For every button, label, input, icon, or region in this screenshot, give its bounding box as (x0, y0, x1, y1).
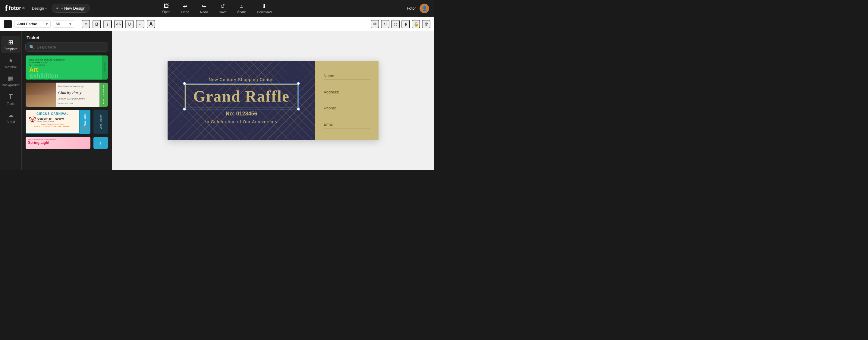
text-case-button[interactable]: A (147, 20, 155, 28)
cloud-label: Cloud (6, 120, 15, 124)
stub-address-label: Address: (324, 90, 339, 94)
undo-tool[interactable]: ↩ Undo (179, 2, 191, 15)
delete-button[interactable]: 🗑 (422, 20, 430, 28)
new-design-label: + New Design (61, 6, 85, 10)
stub-email-field: Email: (324, 121, 370, 128)
user-avatar[interactable]: 👤 (420, 4, 429, 13)
download-tool[interactable]: ⬇ Download (255, 2, 274, 15)
redo-label: Redo (200, 10, 208, 14)
share-tool[interactable]: ⟁ Share (235, 2, 248, 15)
panel-title: Ticket (22, 31, 112, 42)
template-card-circus[interactable]: CIRCUS CARNIVAL 🤡 October 30 7:00PM (25, 110, 91, 134)
open-tool[interactable]: 🖼 Open (160, 2, 173, 15)
template-label: Template (4, 47, 18, 51)
spacing-icon: ↔ (138, 22, 142, 27)
share-label: Share (237, 10, 246, 13)
sidebar-item-template[interactable]: ⊞ Template (1, 36, 21, 53)
font-size-change-button[interactable]: AA (114, 20, 123, 28)
bold-icon: B (95, 22, 98, 27)
search-box[interactable]: 🔍 (25, 42, 108, 52)
texts-label: Texts (7, 102, 15, 105)
font-size-dropdown-icon: ▾ (69, 22, 71, 26)
template-card-charity[interactable]: Red Walnut Community Charity Party June … (25, 82, 108, 107)
charity-stub: TICKET NO. 0001 (99, 83, 108, 107)
art-venue: Science Stadium, 2324 (29, 79, 104, 80)
stub-phone-field: Phone: (324, 105, 370, 112)
layer-button[interactable]: ⧫ (401, 20, 410, 28)
ticket-stub: Name: Address: Phone: Email: (315, 61, 378, 140)
save-label: Save (219, 10, 226, 14)
plus-icon: + (56, 6, 59, 10)
design-menu-button[interactable]: Design ▾ (30, 5, 49, 12)
underline-icon: U (128, 22, 131, 27)
logo-superscript: ® (22, 7, 24, 10)
main-layout: ⊞ Template ★ Material ▦ Background T Tex… (0, 31, 434, 170)
design-label: Design (32, 6, 44, 10)
circus-main: CIRCUS CARNIVAL 🤡 October 30 7:00PM (26, 110, 80, 134)
duplicate-button[interactable]: ⧉ (371, 20, 379, 28)
user-area: Fotor 👤 (407, 4, 429, 13)
ticket-number: No: 0123456 (225, 111, 257, 117)
art-title: Art (29, 67, 59, 73)
ticket-main-body[interactable]: New Century Shopping Center Grand Raffle… (167, 61, 315, 140)
circus-tagline: Happy Clown Circus Theater (29, 123, 76, 125)
stub-address-field: Address: (324, 89, 370, 96)
font-dropdown-icon: ▾ (46, 22, 48, 26)
sidebar-item-cloud[interactable]: ☁ Cloud (1, 109, 21, 126)
sidebar-item-background[interactable]: ▦ Background (1, 72, 21, 89)
logo-text: fotor (9, 5, 21, 11)
bold-button[interactable]: B (93, 20, 101, 28)
circus-admit: ADMIT ONE (84, 114, 86, 126)
search-input[interactable] (37, 45, 104, 50)
rotate-button[interactable]: ↻ (381, 20, 390, 28)
sidebar-item-material[interactable]: ★ Material (1, 54, 21, 71)
stub-name-label: Name: (324, 73, 335, 78)
share-icon: ⟁ (240, 3, 243, 9)
case-icon: A (149, 22, 153, 27)
text-align-button[interactable]: ≡ (82, 20, 90, 28)
grand-raffle-selected[interactable]: Grand Raffle (185, 84, 298, 108)
text-color-swatch[interactable] (4, 20, 12, 28)
cloud-icon: ☁ (8, 112, 14, 119)
undo-label: Undo (181, 10, 189, 14)
right-format-tools: ⧉ ↻ ◎ ⧫ 🔒 🗑 (371, 20, 430, 28)
new-design-button[interactable]: + + New Design (52, 4, 90, 13)
charity-title: Charity Party (58, 90, 97, 95)
stub-email-label: Email: (324, 122, 335, 127)
circus-price: $20 (83, 126, 88, 130)
letter-spacing-button[interactable]: ↔ (136, 20, 144, 28)
lock-button[interactable]: 🔒 (412, 20, 420, 28)
sidebar-item-texts[interactable]: T Texts (1, 90, 21, 108)
font-selector[interactable]: Abril Fatfae ▾ (14, 20, 51, 28)
center-toolbar: 🖼 Open ↩ Undo ↪ Redo ↺ Save ⟁ Share ⬇ Do… (160, 2, 274, 15)
lock-icon: 🔒 (413, 22, 418, 27)
opacity-button[interactable]: ◎ (391, 20, 400, 28)
template-icon: ⊞ (8, 38, 13, 46)
circus-title: CIRCUS CARNIVAL (29, 112, 76, 116)
template-card-blue-stub[interactable]: ADMIT ONE (93, 110, 108, 134)
grand-raffle-text: Grand Raffle (193, 87, 290, 105)
rotate-icon: ↻ (383, 22, 387, 27)
duplicate-icon: ⧉ (373, 22, 376, 27)
circus-date: October 30 7:00PM (37, 117, 76, 120)
template-card-spring[interactable]: The Musical Stone Studio Presents Spring… (25, 136, 91, 149)
art-stub: Admit One (102, 56, 108, 80)
italic-button[interactable]: I (103, 20, 112, 28)
font-size-input[interactable]: 60 ▾ (53, 20, 74, 28)
redo-tool[interactable]: ↪ Redo (198, 2, 210, 15)
grand-raffle-container: Grand Raffle (185, 84, 298, 108)
underline-button[interactable]: U (125, 20, 133, 28)
charity-main: Red Walnut Community Charity Party June … (56, 83, 99, 107)
template-card-art[interactable]: New York Art and Life Association 8AM-8P… (25, 55, 108, 80)
save-tool[interactable]: ↺ Save (216, 2, 229, 15)
download-label: Download (257, 10, 272, 14)
ticket-subtitle: New Century Shopping Center (209, 77, 274, 82)
template-card-blue-small[interactable]: ONE (93, 136, 108, 149)
download-icon: ⬇ (262, 3, 267, 10)
divider-1 (78, 21, 78, 28)
circus-venue: Green Rock Cinema (37, 120, 76, 122)
open-icon: 🖼 (164, 3, 169, 9)
template-row-circus: CIRCUS CARNIVAL 🤡 October 30 7:00PM (25, 110, 108, 134)
stub-name-field: Name: (324, 73, 370, 80)
background-label: Background (2, 83, 20, 87)
